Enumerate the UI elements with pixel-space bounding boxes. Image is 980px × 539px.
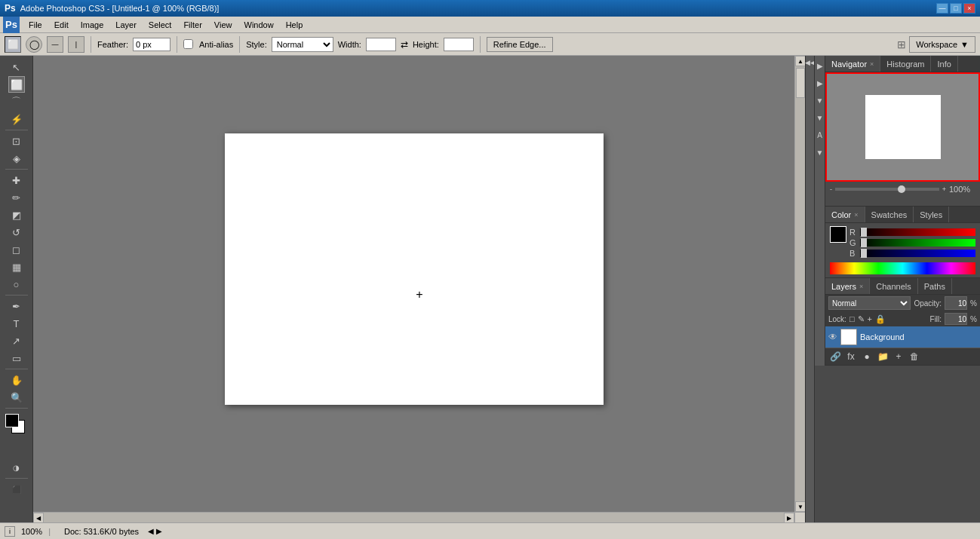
zoom-minus-icon[interactable]: -: [830, 185, 832, 193]
clone-stamp-btn[interactable]: ◩: [8, 207, 25, 223]
feather-input[interactable]: [133, 38, 171, 51]
layer-item-background[interactable]: 👁 Background: [825, 326, 980, 348]
width-input[interactable]: [366, 38, 396, 51]
create-group-btn[interactable]: 📁: [876, 350, 889, 363]
h-scroll-track[interactable]: [44, 513, 784, 522]
canvas-area[interactable]: +: [33, 56, 794, 512]
b-bar[interactable]: [860, 250, 975, 257]
menu-select[interactable]: Select: [143, 19, 178, 31]
layers-tab-close[interactable]: ×: [859, 283, 863, 290]
tab-swatches[interactable]: Swatches: [865, 207, 914, 222]
rt-btn-1[interactable]: ▶: [813, 57, 827, 74]
dodge-btn[interactable]: ○: [8, 276, 25, 292]
style-select[interactable]: Normal Fixed Ratio Fixed Size: [272, 37, 333, 52]
menu-layer[interactable]: Layer: [109, 19, 143, 31]
opacity-input[interactable]: [945, 296, 967, 310]
fg-color-swatch[interactable]: [5, 414, 19, 427]
eyedropper-btn[interactable]: ◈: [8, 150, 25, 167]
new-layer-btn[interactable]: +: [892, 350, 905, 363]
single-row-tool-btn[interactable]: —: [47, 36, 63, 53]
r-thumb[interactable]: [861, 228, 867, 237]
scroll-down-btn[interactable]: ▼: [795, 501, 805, 512]
blend-mode-select[interactable]: Normal Multiply Screen: [828, 296, 911, 310]
brush-btn[interactable]: ✏: [8, 189, 25, 206]
menu-image[interactable]: Image: [75, 19, 110, 31]
tab-histogram[interactable]: Histogram: [880, 56, 931, 72]
menu-filter[interactable]: Filter: [177, 19, 207, 31]
close-btn[interactable]: ×: [963, 3, 975, 14]
lasso-tool-btn[interactable]: ⌒: [8, 93, 25, 110]
color-fg-swatch[interactable]: [830, 226, 846, 243]
rt-btn-3[interactable]: ▼: [813, 92, 827, 109]
scroll-left-btn[interactable]: ◀: [33, 513, 44, 522]
tab-layers[interactable]: Layers ×: [825, 278, 870, 294]
marquee-tool-btn[interactable]: ⬜: [8, 76, 25, 93]
menu-file[interactable]: File: [23, 19, 48, 31]
status-nav-arrows[interactable]: ◀ ▶: [148, 527, 162, 535]
lock-move-icon[interactable]: ✎: [858, 314, 865, 324]
zoom-slider[interactable]: [835, 188, 939, 191]
pen-btn[interactable]: ✒: [8, 298, 25, 314]
rt-btn-5[interactable]: A: [813, 127, 827, 143]
gradient-btn[interactable]: ▦: [8, 259, 25, 275]
scroll-up-btn[interactable]: ▲: [795, 56, 805, 66]
path-select-btn[interactable]: ↗: [8, 332, 25, 349]
screen-mode-btn[interactable]: ⬛: [8, 481, 25, 498]
fill-input[interactable]: [945, 313, 967, 325]
tab-info[interactable]: Info: [931, 56, 957, 72]
tab-color[interactable]: Color ×: [825, 207, 865, 222]
quick-mask-btn[interactable]: ◑: [8, 459, 25, 476]
v-scroll-thumb[interactable]: [796, 68, 805, 98]
tab-styles[interactable]: Styles: [914, 207, 949, 222]
scroll-right-btn[interactable]: ▶: [784, 513, 794, 522]
r-bar[interactable]: [860, 228, 975, 236]
v-scroll-track[interactable]: [795, 66, 805, 501]
maximize-btn[interactable]: □: [950, 3, 962, 14]
tab-navigator[interactable]: Navigator ×: [825, 56, 880, 72]
color-spectrum[interactable]: [830, 262, 975, 274]
ellipse-marquee-tool-btn[interactable]: ◯: [26, 36, 42, 53]
eraser-btn[interactable]: ◻: [8, 241, 25, 258]
lock-pixels-icon[interactable]: □: [849, 314, 855, 323]
layer-effects-btn[interactable]: fx: [844, 350, 858, 363]
shape-btn[interactable]: ▭: [8, 350, 25, 366]
menu-help[interactable]: Help: [280, 19, 309, 31]
hand-btn[interactable]: ✋: [8, 372, 25, 388]
crop-tool-btn[interactable]: ⊡: [8, 133, 25, 149]
layer-visibility-icon[interactable]: 👁: [828, 332, 837, 342]
rt-btn-4[interactable]: ▼: [813, 109, 827, 126]
color-tab-close[interactable]: ×: [854, 211, 858, 219]
swap-icon[interactable]: ⇄: [401, 39, 408, 50]
status-indicator[interactable]: i: [5, 526, 15, 537]
menu-view[interactable]: View: [208, 19, 238, 31]
refine-edge-btn[interactable]: Refine Edge...: [487, 37, 553, 52]
tab-channels[interactable]: Channels: [870, 278, 917, 294]
move-tool-btn[interactable]: ↖: [8, 59, 25, 75]
height-input[interactable]: [444, 38, 474, 51]
nav-tab-close[interactable]: ×: [870, 60, 874, 68]
workspace-btn[interactable]: Workspace ▼: [909, 36, 975, 53]
zoom-btn[interactable]: 🔍: [8, 389, 25, 406]
antialias-checkbox[interactable]: [183, 39, 193, 49]
quick-select-btn[interactable]: ⚡: [8, 111, 25, 127]
tab-paths[interactable]: Paths: [918, 278, 952, 294]
zoom-plus-icon[interactable]: +: [942, 185, 946, 193]
g-thumb[interactable]: [861, 238, 867, 247]
link-layers-btn[interactable]: 🔗: [828, 350, 842, 363]
rt-btn-6[interactable]: ▼: [813, 144, 827, 161]
minimize-btn[interactable]: —: [936, 3, 948, 14]
menu-window[interactable]: Window: [238, 19, 280, 31]
add-mask-btn[interactable]: ●: [860, 350, 874, 363]
lock-btn[interactable]: 🔒: [875, 314, 886, 324]
g-bar[interactable]: [860, 239, 975, 247]
single-col-tool-btn[interactable]: |: [68, 36, 84, 53]
zoom-slider-thumb[interactable]: [898, 185, 905, 193]
lock-all-icon[interactable]: +: [868, 314, 872, 323]
text-btn[interactable]: T: [8, 315, 25, 332]
menu-edit[interactable]: Edit: [48, 19, 75, 31]
delete-layer-btn[interactable]: 🗑: [908, 350, 921, 363]
b-thumb[interactable]: [861, 249, 867, 258]
healing-btn[interactable]: ✚: [8, 172, 25, 188]
rt-btn-2[interactable]: ▶: [813, 75, 827, 91]
rect-marquee-tool-btn[interactable]: ⬜: [5, 36, 21, 53]
